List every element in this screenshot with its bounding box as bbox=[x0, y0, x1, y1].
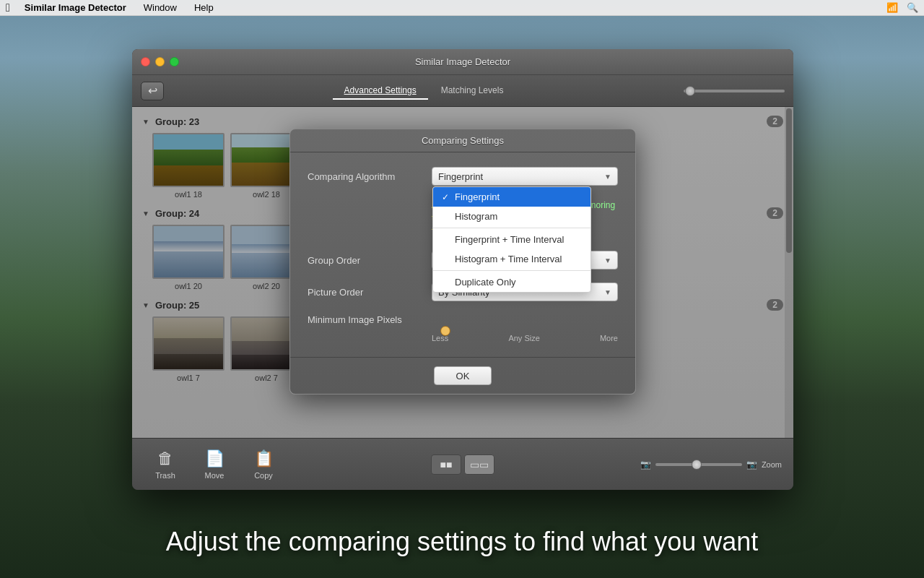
menubar:  Similar Image Detector Window Help 📶 🔍 bbox=[0, 0, 924, 16]
tab-matching-levels[interactable]: Matching Levels bbox=[430, 82, 515, 100]
content-area: ▼ Group: 23 2 owl1 18 owl2 18 ▼ Group: 2… bbox=[132, 107, 793, 438]
caption-text: Adjust the comparing settings to find wh… bbox=[166, 527, 758, 557]
dropdown-label-fingerprint: Fingerprint bbox=[455, 191, 500, 202]
min-pixels-label: Minimum Image Pixels bbox=[308, 314, 423, 325]
compare-view-button[interactable]: ▭▭ bbox=[464, 454, 494, 475]
move-button[interactable]: 📄 Move bbox=[193, 449, 236, 480]
help-menu-item[interactable]: Help bbox=[191, 2, 217, 13]
trash-label: Trash bbox=[155, 471, 175, 480]
algorithm-select[interactable]: Fingerprint ▼ ✓ Fingerprint ✓ Hi bbox=[432, 167, 618, 186]
dropdown-label-fingerprint-time: Fingerprint + Time Interval bbox=[455, 234, 564, 245]
modal-footer: OK bbox=[290, 357, 635, 394]
maximize-button[interactable] bbox=[170, 57, 179, 66]
dropdown-item-histogram-time[interactable]: ✓ Histogram + Time Interval bbox=[433, 249, 590, 269]
tab-advanced-settings[interactable]: Advanced Settings bbox=[333, 82, 428, 100]
grid-view-button[interactable]: ■■ bbox=[431, 454, 461, 475]
back-button[interactable]: ↩ bbox=[141, 82, 164, 100]
picture-order-arrow: ▼ bbox=[604, 288, 611, 296]
window-controls bbox=[141, 57, 179, 66]
dropdown-label-histogram-time: Histogram + Time Interval bbox=[455, 254, 562, 264]
ok-button[interactable]: OK bbox=[434, 366, 492, 385]
pixel-slider-thumb bbox=[440, 326, 450, 336]
matching-slider-area bbox=[684, 90, 785, 92]
window-menu-item[interactable]: Window bbox=[141, 2, 180, 13]
modal-backdrop: Comparing Settings Comparing Algorithm F… bbox=[132, 107, 793, 438]
copy-label: Copy bbox=[254, 471, 273, 480]
settings-modal: Comparing Settings Comparing Algorithm F… bbox=[289, 129, 636, 394]
dropdown-item-histogram[interactable]: ✓ Histogram bbox=[433, 207, 590, 226]
dropdown-label-duplicate: Duplicate Only bbox=[455, 277, 516, 288]
check-icon: ✓ bbox=[442, 192, 449, 202]
main-window: Similar Image Detector ↩ Advanced Settin… bbox=[132, 49, 793, 490]
copy-button[interactable]: 📋 Copy bbox=[242, 449, 285, 480]
bottom-toolbar: 🗑 Trash 📄 Move 📋 Copy ■■ ▭▭ 📷 📷 Zoom bbox=[132, 438, 793, 490]
dropdown-item-fingerprint[interactable]: ✓ Fingerprint bbox=[433, 187, 590, 207]
close-button[interactable] bbox=[141, 57, 150, 66]
toolbar-tabs: Advanced Settings Matching Levels bbox=[333, 82, 515, 100]
zoom-small-icon: 📷 bbox=[640, 460, 651, 470]
search-icon[interactable]: 🔍 bbox=[907, 2, 918, 13]
dropdown-item-fingerprint-time[interactable]: ✓ Fingerprint + Time Interval bbox=[433, 230, 590, 249]
zoom-slider[interactable] bbox=[655, 463, 742, 466]
apple-menu[interactable]:  bbox=[6, 1, 10, 14]
trash-button[interactable]: 🗑 Trash bbox=[144, 449, 187, 480]
dropdown-separator-2 bbox=[433, 270, 590, 271]
copy-icon: 📋 bbox=[254, 449, 274, 468]
modal-body: Comparing Algorithm Fingerprint ▼ ✓ Fing… bbox=[290, 152, 635, 357]
wifi-icon: 📶 bbox=[886, 2, 898, 13]
move-icon: 📄 bbox=[205, 449, 225, 468]
dropdown-item-duplicate[interactable]: ✓ Duplicate Only bbox=[433, 272, 590, 292]
view-controls: ■■ ▭▭ bbox=[431, 454, 494, 475]
modal-header: Comparing Settings bbox=[290, 129, 635, 152]
dropdown-separator-1 bbox=[433, 228, 590, 228]
algorithm-value: Fingerprint bbox=[438, 171, 483, 182]
pixel-label-any: Any Size bbox=[508, 334, 539, 342]
app-menu-item[interactable]: Similar Image Detector bbox=[22, 2, 129, 13]
zoom-label: Zoom bbox=[762, 460, 782, 469]
matching-slider-thumb bbox=[685, 86, 695, 96]
modal-title: Comparing Settings bbox=[422, 135, 504, 146]
title-bar: Similar Image Detector bbox=[132, 49, 793, 75]
algorithm-row: Comparing Algorithm Fingerprint ▼ ✓ Fing… bbox=[308, 167, 618, 186]
zoom-control: 📷 📷 Zoom bbox=[640, 460, 782, 470]
matching-level-slider[interactable] bbox=[684, 90, 785, 92]
menubar-right: 📶 🔍 bbox=[886, 2, 918, 13]
minimize-button[interactable] bbox=[155, 57, 165, 66]
bottom-caption: Adjust the comparing settings to find wh… bbox=[0, 506, 924, 578]
window-title: Similar Image Detector bbox=[415, 56, 510, 67]
pixel-label-more: More bbox=[600, 334, 618, 342]
dropdown-label-histogram: Histogram bbox=[455, 211, 497, 222]
zoom-slider-thumb bbox=[692, 460, 702, 470]
algorithm-dropdown: ✓ Fingerprint ✓ Histogram ✓ bbox=[432, 186, 591, 293]
move-label: Move bbox=[205, 471, 225, 480]
zoom-large-icon: 📷 bbox=[746, 460, 757, 470]
algorithm-select-arrow: ▼ bbox=[604, 173, 611, 181]
algorithm-label: Comparing Algorithm bbox=[308, 171, 423, 182]
pixels-label-row: Minimum Image Pixels bbox=[308, 314, 618, 325]
trash-icon: 🗑 bbox=[157, 449, 173, 468]
toolbar: ↩ Advanced Settings Matching Levels bbox=[132, 75, 793, 107]
pixel-labels: Less Any Size More bbox=[432, 334, 618, 342]
group-order-label: Group Order bbox=[308, 255, 423, 266]
group-order-arrow: ▼ bbox=[604, 256, 611, 264]
min-pixels-row: Minimum Image Pixels Less Any Size More bbox=[308, 314, 618, 342]
picture-order-label: Picture Order bbox=[308, 287, 423, 298]
